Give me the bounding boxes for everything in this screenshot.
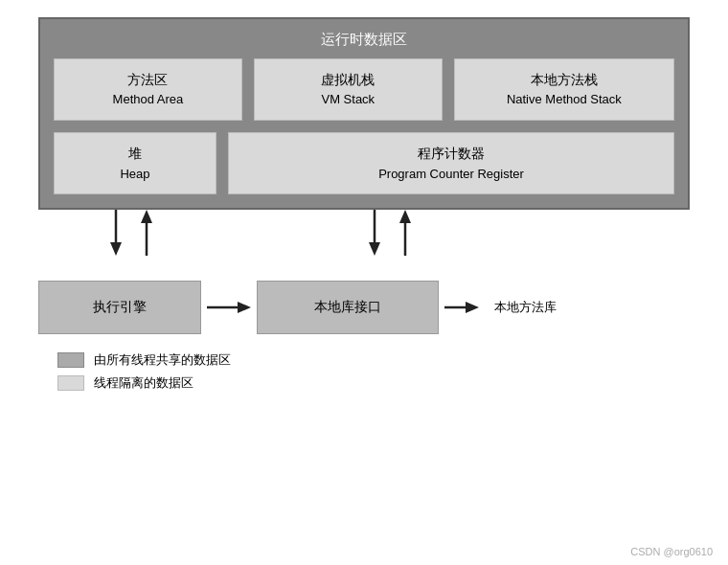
legend-isolated-text: 线程隔离的数据区 xyxy=(94,374,193,392)
vm-stack-box: 虚拟机栈 VM Stack xyxy=(254,58,443,121)
legend-isolated: 线程隔离的数据区 xyxy=(57,374,690,392)
exec-engine-box: 执行引擎 xyxy=(38,281,201,334)
svg-marker-1 xyxy=(110,242,122,256)
h-arrow-local-nativelib xyxy=(444,299,479,316)
watermark: CSDN @org0610 xyxy=(630,546,713,557)
svg-marker-7 xyxy=(399,210,411,223)
program-counter-cn: 程序计数器 xyxy=(242,143,660,164)
arrow-down-localif xyxy=(366,210,383,256)
svg-marker-3 xyxy=(141,210,152,223)
legend-light-box xyxy=(57,375,84,391)
local-interface-label: 本地库接口 xyxy=(314,299,381,314)
bottom-row: 堆 Heap 程序计数器 Program Counter Register xyxy=(54,132,674,194)
method-area-cn: 方法区 xyxy=(68,69,228,90)
local-interface-box: 本地库接口 xyxy=(257,281,439,334)
left-arrows xyxy=(107,210,155,256)
exec-engine-label: 执行引擎 xyxy=(93,299,147,314)
arrows-exec-area: 执行引擎 本地库接口 本地方法库 xyxy=(38,210,690,334)
top-row: 方法区 Method Area 虚拟机栈 VM Stack 本地方法栈 Nati… xyxy=(54,58,674,121)
native-method-stack-box: 本地方法栈 Native Method Stack xyxy=(454,58,674,121)
runtime-title: 运行时数据区 xyxy=(54,31,674,49)
svg-marker-5 xyxy=(369,242,380,256)
svg-marker-9 xyxy=(238,302,251,313)
svg-marker-11 xyxy=(466,302,479,313)
legend: 由所有线程共享的数据区 线程隔离的数据区 xyxy=(57,351,690,392)
heap-en: Heap xyxy=(68,165,202,185)
h-arrow-exec-local xyxy=(207,299,251,316)
legend-shared-text: 由所有线程共享的数据区 xyxy=(94,351,231,369)
vm-stack-cn: 虚拟机栈 xyxy=(268,69,428,90)
method-area-en: Method Area xyxy=(68,90,228,110)
arrow-up-localif xyxy=(397,210,414,256)
local-to-nativelib-arrow xyxy=(444,299,479,316)
native-lib-label: 本地方法库 xyxy=(494,299,557,316)
native-method-stack-en: Native Method Stack xyxy=(468,90,660,110)
runtime-area: 运行时数据区 方法区 Method Area 虚拟机栈 VM Stack 本地方… xyxy=(38,17,690,210)
arrow-down-exec xyxy=(107,210,125,256)
method-area-box: 方法区 Method Area xyxy=(54,58,242,121)
vm-stack-en: VM Stack xyxy=(268,90,428,110)
heap-box: 堆 Heap xyxy=(54,132,216,194)
legend-dark-box xyxy=(57,352,84,368)
program-counter-box: 程序计数器 Program Counter Register xyxy=(228,132,674,194)
arrow-up-exec xyxy=(138,210,155,256)
heap-cn: 堆 xyxy=(68,143,202,164)
right-arrows xyxy=(366,210,414,256)
native-method-stack-cn: 本地方法栈 xyxy=(468,69,660,90)
exec-layer: 执行引擎 本地库接口 本地方法库 xyxy=(38,281,690,334)
exec-to-local-arrow xyxy=(207,299,251,316)
legend-shared: 由所有线程共享的数据区 xyxy=(57,351,690,369)
program-counter-en: Program Counter Register xyxy=(242,165,660,185)
